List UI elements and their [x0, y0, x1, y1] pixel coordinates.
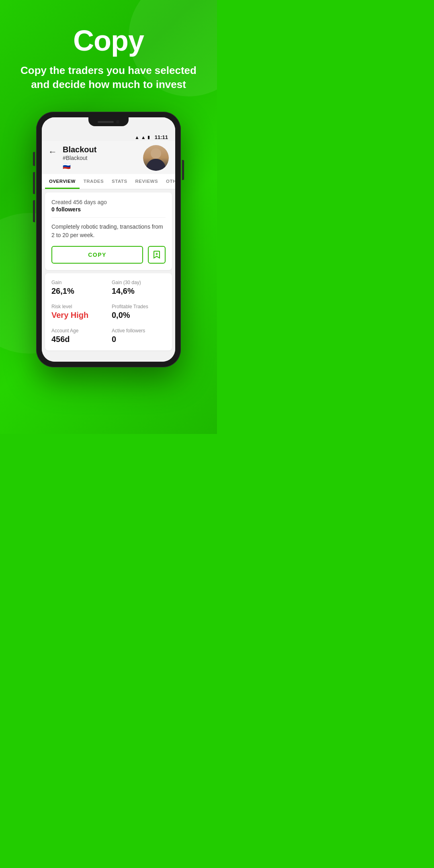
stat-age-value: 456d [51, 335, 105, 344]
stat-followers-label: Active followers [112, 328, 166, 334]
status-time: 11:11 [155, 134, 168, 140]
phone-vol-up-button [33, 152, 35, 166]
stats-grid: Gain 26,1% Gain (30 day) 14,6% Risk leve… [51, 280, 166, 344]
avatar-body [146, 159, 166, 171]
trader-handle: #Blackout [63, 155, 137, 161]
stat-risk: Risk level Very High [51, 304, 105, 320]
nav-header: ← Blackout #Blackout 🇷🇺 [42, 141, 175, 174]
notch-bar [42, 117, 175, 132]
overview-card: Created 456 days ago 0 followers Complet… [45, 192, 172, 270]
description-text: Completely robotic trading, transactions… [51, 223, 166, 240]
trader-info: Blackout #Blackout 🇷🇺 [63, 145, 137, 170]
background-section: Copy Copy the traders you have selected … [0, 0, 217, 434]
avatar [143, 145, 169, 171]
tabs-bar: OVERVIEW TRADES STATS REVIEWS OTH [42, 174, 175, 189]
bookmark-icon [153, 250, 161, 259]
stat-gain-30-label: Gain (30 day) [112, 280, 166, 285]
avatar-head [151, 148, 161, 159]
stat-risk-value: Very High [51, 311, 105, 320]
created-row: Created 456 days ago 0 followers [51, 199, 166, 213]
hero-title: Copy [73, 24, 144, 57]
stat-followers-value: 0 [112, 335, 166, 344]
stats-card: Gain 26,1% Gain (30 day) 14,6% Risk leve… [45, 273, 172, 350]
hero-subtitle: Copy the traders you have selected and d… [20, 63, 197, 92]
copy-button[interactable]: COPY [51, 246, 143, 264]
phone-power-button [182, 160, 184, 180]
followers-text: 0 followers [51, 206, 166, 213]
stat-age: Account Age 456d [51, 328, 105, 344]
avatar-image [143, 145, 169, 171]
tab-trades[interactable]: TRADES [80, 174, 108, 189]
wifi-icon: ▲ [135, 135, 139, 140]
screen-content: ← Blackout #Blackout 🇷🇺 [42, 141, 175, 362]
phone-vol-down-button [33, 172, 35, 194]
stat-gain: Gain 26,1% [51, 280, 105, 296]
status-icons: ▲ ▲ ▮ [135, 135, 150, 140]
stat-risk-label: Risk level [51, 304, 105, 309]
bookmark-button[interactable] [148, 246, 166, 264]
stat-gain-label: Gain [51, 280, 105, 285]
stat-age-label: Account Age [51, 328, 105, 334]
notch [88, 117, 129, 126]
copy-button-row: COPY [51, 246, 166, 264]
trader-name: Blackout [63, 145, 137, 154]
signal-icon: ▲ [141, 135, 146, 140]
tab-overview[interactable]: OVERVIEW [45, 174, 80, 189]
phone-screen: ▲ ▲ ▮ 11:11 ← Blackout #Blackout 🇷🇺 [42, 117, 175, 362]
trader-flag: 🇷🇺 [63, 162, 137, 170]
divider-1 [51, 217, 166, 218]
phone-silent-button [33, 200, 35, 222]
tab-stats[interactable]: STATS [108, 174, 131, 189]
front-camera [116, 120, 119, 123]
created-text: Created 456 days ago [51, 199, 166, 205]
stat-profitable: Profitable Trades 0,0% [112, 304, 166, 320]
stat-gain-30-value: 14,6% [112, 287, 166, 296]
stat-profitable-value: 0,0% [112, 311, 166, 320]
phone-outer: ▲ ▲ ▮ 11:11 ← Blackout #Blackout 🇷🇺 [36, 112, 181, 367]
stat-profitable-label: Profitable Trades [112, 304, 166, 309]
status-bar: ▲ ▲ ▮ 11:11 [42, 132, 175, 141]
back-button[interactable]: ← [48, 147, 57, 157]
tab-other[interactable]: OTH [162, 174, 175, 189]
stat-gain-30: Gain (30 day) 14,6% [112, 280, 166, 296]
battery-icon: ▮ [147, 135, 150, 140]
stat-gain-value: 26,1% [51, 287, 105, 296]
phone-mockup: ▲ ▲ ▮ 11:11 ← Blackout #Blackout 🇷🇺 [36, 112, 181, 367]
tab-reviews[interactable]: REVIEWS [131, 174, 162, 189]
stat-followers: Active followers 0 [112, 328, 166, 344]
speaker [98, 121, 114, 123]
